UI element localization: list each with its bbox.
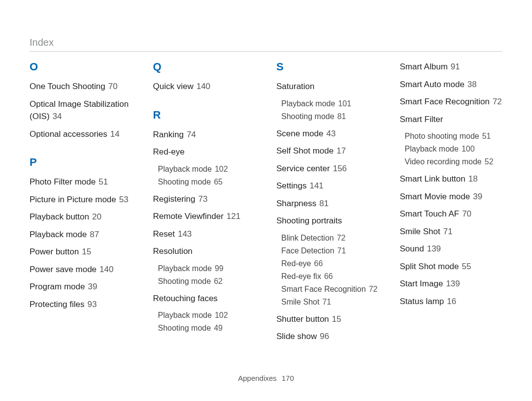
index-column: QQuick view140RRanking74Red-eyePlayback … <box>153 61 256 348</box>
index-page-number: 102 <box>215 165 228 173</box>
index-subterm: Photo shooting mode <box>405 132 479 140</box>
index-subgroup: Playback mode99Shooting mode62 <box>153 263 256 287</box>
index-term: One Touch Shooting <box>30 82 105 91</box>
index-entry: Resolution <box>153 245 256 258</box>
index-subterm: Red-eye fix <box>281 272 321 280</box>
index-term: Protecting files <box>30 300 85 309</box>
index-page-number: 81 <box>337 112 346 121</box>
index-term: Remote Viewfinder <box>153 212 224 221</box>
spacer <box>153 98 256 109</box>
index-page-number: 70 <box>108 82 118 91</box>
index-entry: One Touch Shooting70 <box>30 80 133 93</box>
index-entry: Reset143 <box>153 228 256 241</box>
index-letter: P <box>30 156 133 169</box>
index-entry: Retouching faces <box>153 292 256 305</box>
index-subentry: Shooting mode62 <box>158 276 256 287</box>
index-page-number: 72 <box>369 285 378 293</box>
index-page-number: 66 <box>314 259 323 268</box>
index-page-number: 141 <box>309 181 323 190</box>
index-term: Smart Face Recognition <box>400 97 490 106</box>
index-term: Smart Album <box>400 62 448 71</box>
index-subgroup: Photo shooting mode51Playback mode100Vid… <box>400 130 503 168</box>
index-entry: Protecting files93 <box>30 298 133 311</box>
spacer <box>30 145 133 156</box>
index-page-number: 139 <box>446 279 460 288</box>
index-entry: Power button15 <box>30 246 133 258</box>
index-entry: Quick view140 <box>153 80 256 93</box>
index-page-number: 100 <box>462 145 475 153</box>
index-term: Self Shot mode <box>276 146 333 155</box>
index-letter: Q <box>153 61 256 73</box>
index-subterm: Playback mode <box>158 264 212 273</box>
index-page-number: 43 <box>326 129 335 138</box>
index-entry: Power save mode140 <box>30 263 133 276</box>
index-page-number: 121 <box>227 212 240 221</box>
page-footer: Appendixes 170 <box>0 374 532 382</box>
index-entry: Optical Image Stabilization (OIS)34 <box>30 98 133 123</box>
index-subentry: Playback mode101 <box>281 98 379 110</box>
index-subentry: Photo shooting mode51 <box>405 130 503 142</box>
index-page-number: 140 <box>197 82 210 91</box>
index-subentry: Playback mode102 <box>158 163 256 175</box>
index-letter: S <box>276 61 379 73</box>
index-column: OOne Touch Shooting70Optical Image Stabi… <box>30 61 133 348</box>
index-subentry: Red-eye fix66 <box>281 271 379 282</box>
index-subentry: Shooting mode49 <box>158 322 256 334</box>
index-entry: Self Shot mode17 <box>276 145 379 157</box>
index-page-number: 52 <box>485 157 494 166</box>
index-page-number: 143 <box>178 229 192 239</box>
index-page-number: 93 <box>88 300 97 309</box>
index-subterm: Shooting mode <box>158 277 211 285</box>
index-term: Playback mode <box>30 230 87 239</box>
index-page-number: 18 <box>468 174 478 184</box>
index-page-number: 66 <box>324 272 333 280</box>
index-term: Registering <box>153 194 196 204</box>
index-subterm: Playback mode <box>158 311 212 319</box>
index-page-number: 15 <box>332 314 341 324</box>
index-term: Ranking <box>153 130 184 139</box>
page-title: Index <box>30 37 502 48</box>
index-term: Status lamp <box>400 297 444 306</box>
index-entry: Settings141 <box>276 180 379 192</box>
index-entry: Split Shot mode55 <box>400 260 503 273</box>
index-term: Photo Filter mode <box>30 177 96 186</box>
index-entry: Ranking74 <box>153 128 256 141</box>
index-entry: Smart Filter <box>400 113 503 126</box>
index-subentry: Face Detection71 <box>281 245 379 257</box>
index-term: Quick view <box>153 82 194 91</box>
index-page-number: 39 <box>473 192 482 201</box>
index-entry: Shutter button15 <box>276 313 379 326</box>
index-entry: Optional accessories14 <box>30 128 133 141</box>
page: Index OOne Touch Shooting70Optical Image… <box>0 0 532 401</box>
index-page-number: 72 <box>493 97 502 106</box>
index-subterm: Blink Detection <box>281 234 334 242</box>
index-entry: Service center156 <box>276 162 379 175</box>
index-letter: R <box>153 109 256 122</box>
index-entry: Start Image139 <box>400 278 503 290</box>
index-page-number: 101 <box>338 99 351 108</box>
index-page-number: 140 <box>100 265 113 274</box>
index-term: Smart Touch AF <box>400 209 460 218</box>
index-page-number: 53 <box>119 195 129 204</box>
index-page-number: 70 <box>462 209 471 218</box>
index-subentry: Red-eye66 <box>281 258 379 270</box>
index-entry: Remote Viewfinder121 <box>153 210 256 223</box>
index-subterm: Red-eye <box>281 259 311 268</box>
index-letter: O <box>30 61 133 73</box>
index-term: Resolution <box>153 247 193 256</box>
index-subgroup: Playback mode101Shooting mode81 <box>276 98 379 123</box>
index-subterm: Playback mode <box>158 165 212 173</box>
index-entry: Playback mode87 <box>30 228 133 241</box>
index-term: Saturation <box>276 82 315 91</box>
index-term: Retouching faces <box>153 294 218 303</box>
index-subentry: Smart Face Recognition72 <box>281 283 379 295</box>
index-page-number: 17 <box>336 146 346 155</box>
index-term: Smart Filter <box>400 115 443 124</box>
index-columns: OOne Touch Shooting70Optical Image Stabi… <box>30 61 502 348</box>
index-page-number: 96 <box>320 332 329 341</box>
index-term: Smile Shot <box>400 227 440 236</box>
index-page-number: 71 <box>337 247 346 255</box>
index-column: Smart Album91Smart Auto mode38Smart Face… <box>400 61 503 348</box>
index-subgroup: Playback mode102Shooting mode65 <box>153 163 256 188</box>
index-term: Sound <box>400 244 424 253</box>
